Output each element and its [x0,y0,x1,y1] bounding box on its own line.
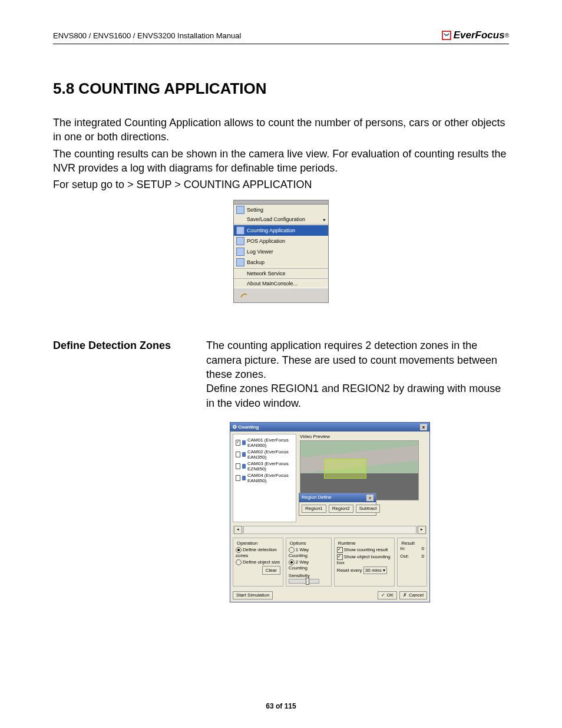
camera-icon [242,440,246,445]
menu-item-pos-app[interactable]: POS Application [234,236,328,246]
intro-p1: The integrated Counting Application allo… [53,116,509,144]
page-number: 63 of 115 [0,702,562,710]
define-zones-radio[interactable]: Define detection zones [236,547,280,558]
region1-button[interactable]: Region1 [302,505,326,513]
reset-every-label: Reset every [337,568,362,573]
checkbox-icon[interactable] [236,452,240,457]
camera-icon [242,464,246,469]
camera-list[interactable]: CAM01 (EverFocus EAN900) CAM02 (EverFocu… [233,434,296,522]
show-counting-checkbox[interactable]: Show counting result [337,547,392,553]
subtract-button[interactable]: Subtract [356,505,381,513]
cancel-button[interactable]: ✗Cancel [399,591,427,599]
everfocus-mark-icon [441,30,452,41]
runtime-group-title: Runtime [337,541,357,546]
camera-item[interactable]: CAM02 (EverFocus EAN350) [236,449,293,460]
backup-icon [236,258,244,266]
region-define-title: Region Define [302,495,332,501]
definition-term: Define Detection Zones [53,338,183,410]
twoway-radio[interactable]: 2 Way Counting [289,559,329,571]
intro-p2: The counting results can be shown in the… [53,147,509,176]
close-icon[interactable]: x [420,424,427,430]
setup-path: For setup go to > SETUP > COUNTING APPLI… [53,177,509,192]
dialog-title: ✪ Counting [233,424,259,430]
oneway-radio[interactable]: 1 Way Counting [289,547,329,558]
result-in-value: 0 [422,546,424,551]
menu-item-about[interactable]: About MainConsole... [234,279,328,288]
counting-dialog: ✪ Counting x CAM01 (EverFocus EAN900) CA… [230,422,430,602]
sensitivity-slider[interactable] [289,579,319,584]
result-out-label: Out: [400,554,409,559]
menu-item-network-service[interactable]: Network Service [234,269,328,278]
log-icon [236,248,244,256]
define-object-radio[interactable]: Define object size [236,559,280,565]
result-in-label: In: [400,546,405,551]
definition-desc-2: Define zones REGION1 and REGION2 by draw… [206,381,509,410]
ok-button[interactable]: ✓OK [378,591,398,599]
options-group-title: Options [289,541,308,546]
counting-icon [236,226,244,235]
section-heading: 5.8 COUNTING APPLICATION [53,80,509,98]
camera-item[interactable]: CAM01 (EverFocus EAN900) [236,437,293,449]
scroll-right-icon[interactable]: ▸ [418,526,426,534]
close-icon[interactable]: x [366,495,373,501]
video-preview[interactable] [300,440,419,500]
camera-item[interactable]: CAM04 (EverFocus EAN850) [236,472,293,484]
camera-item[interactable]: CAM03 (EverFocus EZN850) [236,460,293,472]
checkbox-icon[interactable] [236,475,240,481]
clear-button[interactable]: Clear [262,566,280,575]
x-icon: ✗ [403,593,407,598]
doc-header-left: ENVS800 / ENVS1600 / ENVS3200 Installati… [53,31,241,40]
menu-item-backup[interactable]: Backup [234,257,328,268]
operation-group-title: Operation [236,541,259,546]
camera-icon [242,452,246,457]
menu-item-setting[interactable]: Setting [234,205,328,215]
result-group-title: Result [400,541,416,546]
scroll-left-icon[interactable]: ◂ [234,526,242,534]
camera-icon [242,476,246,480]
submenu-arrow-icon: ▸ [323,217,326,222]
menu-item-saveload[interactable]: Save/Load Configuration ▸ [234,215,328,223]
definition-desc-1: The counting application requires 2 dete… [206,338,509,381]
pos-icon [236,237,244,245]
horizontal-scrollbar[interactable]: ◂ ▸ [233,526,427,534]
gear-icon [236,206,244,214]
menu-item-log-viewer[interactable]: Log Viewer [234,246,328,257]
show-bbox-checkbox[interactable]: Show object bounding box [337,554,392,565]
toolbar-tool-icon[interactable] [237,289,250,301]
region2-button[interactable]: Region2 [329,505,353,513]
reset-every-select[interactable]: 30 mins ▾ [363,566,387,574]
brand-logo: EverFocus® [441,29,509,41]
check-icon: ✓ [381,593,385,598]
video-preview-label: Video Preview [300,434,427,439]
checkbox-icon[interactable] [236,463,240,469]
region-drawn-box[interactable] [324,459,366,479]
region-define-dialog: Region Define x Region1 Region2 Subtract [299,493,376,516]
setup-menu-screenshot: Setting Save/Load Configuration ▸ Counti… [233,200,329,303]
menu-item-counting-app[interactable]: Counting Application [234,225,328,236]
start-simulation-button[interactable]: Start Simulation [233,591,273,599]
result-out-value: 0 [422,554,424,559]
checkbox-icon[interactable] [236,440,240,446]
